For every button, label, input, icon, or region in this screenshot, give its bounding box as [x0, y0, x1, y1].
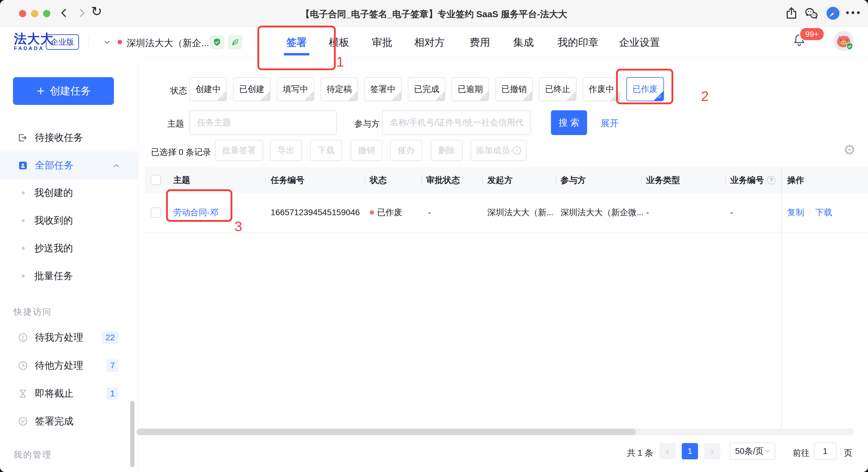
status-chip-completed[interactable]: 已完成: [408, 77, 445, 101]
prev-page-button[interactable]: ‹: [659, 443, 676, 459]
subject-input[interactable]: [189, 110, 337, 135]
active-tab-underline: [284, 53, 310, 56]
page-size-select[interactable]: 50条/页: [730, 442, 775, 460]
tab-enterprise-settings[interactable]: 企业设置: [619, 36, 660, 50]
tab-integration[interactable]: 集成: [513, 36, 534, 50]
goto-page-input[interactable]: [814, 442, 837, 460]
next-page-button[interactable]: ›: [704, 443, 720, 459]
select-all-checkbox[interactable]: [151, 175, 161, 185]
sidebar-item-due-soon[interactable]: 即将截止 1: [0, 383, 138, 405]
tab-sign[interactable]: 签署: [286, 36, 307, 50]
create-task-label: 创建任务: [50, 84, 91, 98]
download-button[interactable]: 下载: [310, 140, 342, 161]
page-unit-label: 页: [844, 447, 852, 459]
tab-counterparty[interactable]: 相对方: [414, 36, 445, 50]
sidebar-scrollbar[interactable]: [130, 401, 134, 467]
search-button[interactable]: 搜 索: [551, 110, 587, 135]
sidebar-item-received-by-me[interactable]: 我收到的: [0, 210, 138, 231]
status-chip-terminated[interactable]: 已终止: [539, 77, 577, 101]
sidebar-item-pending-receive[interactable]: 待接收任务: [0, 127, 138, 149]
tasks-doc-icon: [18, 160, 28, 171]
status-chip-revoked[interactable]: 已撤销: [495, 77, 533, 101]
more-icon[interactable]: [844, 9, 861, 16]
export-button[interactable]: 导出: [270, 140, 302, 161]
tab-approval[interactable]: 审批: [372, 36, 393, 50]
status-dot: [370, 210, 374, 215]
row-status: 已作废: [370, 193, 402, 232]
sidebar-item-all-tasks[interactable]: 全部任务: [0, 152, 138, 179]
status-chip-creating[interactable]: 创建中: [189, 77, 227, 101]
hourglass-icon: [18, 388, 28, 399]
sidebar-item-sign-complete[interactable]: 签署完成: [0, 410, 138, 432]
create-task-button[interactable]: 创建任务: [13, 77, 114, 105]
company-name[interactable]: 深圳法大大（新企...: [127, 37, 209, 50]
delete-button[interactable]: 删除: [431, 140, 463, 161]
row-checkbox[interactable]: [151, 208, 161, 218]
col-actions: 操作: [787, 167, 804, 193]
chip-check-corner: [566, 91, 576, 101]
sidebar-item-await-my-action[interactable]: 待我方处理 22: [0, 327, 138, 348]
edition-badge: 企业版: [46, 34, 79, 50]
row-initiator: 深圳法大大（新...: [487, 193, 553, 232]
app-header: 法大大 FADADA 企业版 深圳法大大（新企... 签署 模板 审批 相对方 …: [0, 27, 868, 58]
status-chip-signing[interactable]: 签署中: [364, 77, 402, 101]
company-status-dot: [118, 40, 122, 44]
tab-fees[interactable]: 费用: [470, 36, 490, 50]
avatar[interactable]: [834, 31, 854, 51]
browser-chrome: ↻ 【电子合同_电子签名_电子签章】专业签约 SaaS 服务平台-法大大: [0, 0, 868, 27]
col-biz-no: 业务编号 ?: [730, 167, 775, 193]
chip-check-corner: [435, 91, 445, 101]
verified-shield-icon: [210, 35, 224, 50]
info-icon: i: [513, 146, 521, 155]
table-row[interactable]: 劳动合同-邓 1665712394545159046 已作废 - 深圳法大大（新…: [145, 193, 868, 232]
status-chip-voided[interactable]: 已作废: [626, 77, 664, 101]
safari-icon[interactable]: [825, 5, 841, 22]
sidebar-item-await-others[interactable]: 待他方处理 7: [0, 355, 138, 376]
tab-my-seals[interactable]: 我的印章: [558, 36, 598, 50]
bullet-icon: [22, 275, 25, 278]
sidebar-item-label: 抄送我的: [34, 242, 73, 255]
add-member-button[interactable]: 添加成员 i: [470, 140, 527, 161]
copy-action[interactable]: 复制: [787, 207, 804, 218]
expand-link[interactable]: 展开: [601, 117, 619, 130]
alert-circle-icon: [18, 332, 28, 343]
revoke-button[interactable]: 撤销: [350, 140, 382, 161]
sidebar-item-cc-to-me[interactable]: 抄送我的: [0, 238, 138, 259]
status-chip-voiding[interactable]: 作废中: [583, 77, 620, 101]
col-initiator: 发起方: [487, 167, 513, 193]
wechat-icon[interactable]: [804, 6, 819, 21]
horizontal-scrollbar-thumb[interactable]: [136, 429, 636, 435]
status-chip-created[interactable]: 已创建: [233, 77, 271, 101]
share-icon[interactable]: [784, 6, 799, 21]
sidebar-item-label: 即将截止: [35, 387, 73, 400]
col-biz-type: 业务类型: [646, 167, 680, 193]
row-biz-no: -: [730, 193, 733, 232]
chevron-up-icon[interactable]: [113, 162, 120, 168]
bullet-icon: [22, 219, 25, 222]
status-chip-overdue[interactable]: 已逾期: [452, 77, 489, 101]
col-party: 参与方: [561, 167, 586, 193]
row-subject[interactable]: 劳动合同-邓: [173, 193, 218, 232]
batch-sign-button[interactable]: 批量签署: [215, 140, 263, 161]
download-action[interactable]: 下载: [815, 207, 832, 218]
total-count-text: 共 1 条: [627, 447, 653, 459]
urge-button[interactable]: 催办: [390, 140, 422, 161]
bullet-icon: [22, 191, 25, 194]
company-chevron-down-icon[interactable]: [102, 39, 112, 46]
chip-check-corner: [479, 91, 489, 101]
tab-template[interactable]: 模板: [329, 36, 349, 50]
table-settings-gear-icon[interactable]: ⚙: [843, 143, 856, 157]
question-icon[interactable]: ?: [767, 176, 775, 185]
clock-icon: [18, 360, 28, 371]
chip-check-corner: [260, 91, 270, 101]
fixed-column-divider: [781, 167, 782, 428]
chip-check-corner: [523, 91, 532, 101]
sidebar-item-label: 签署完成: [35, 415, 73, 428]
current-page-button[interactable]: 1: [682, 443, 698, 459]
sidebar-item-batch-tasks[interactable]: 批量任务: [0, 265, 138, 287]
my-manage-label: 我的管理: [13, 449, 52, 461]
status-chip-to-finalize[interactable]: 待定稿: [320, 77, 358, 101]
party-input[interactable]: [382, 110, 531, 135]
status-chip-filling[interactable]: 填写中: [277, 77, 314, 101]
sidebar-item-created-by-me[interactable]: 我创建的: [0, 182, 138, 204]
